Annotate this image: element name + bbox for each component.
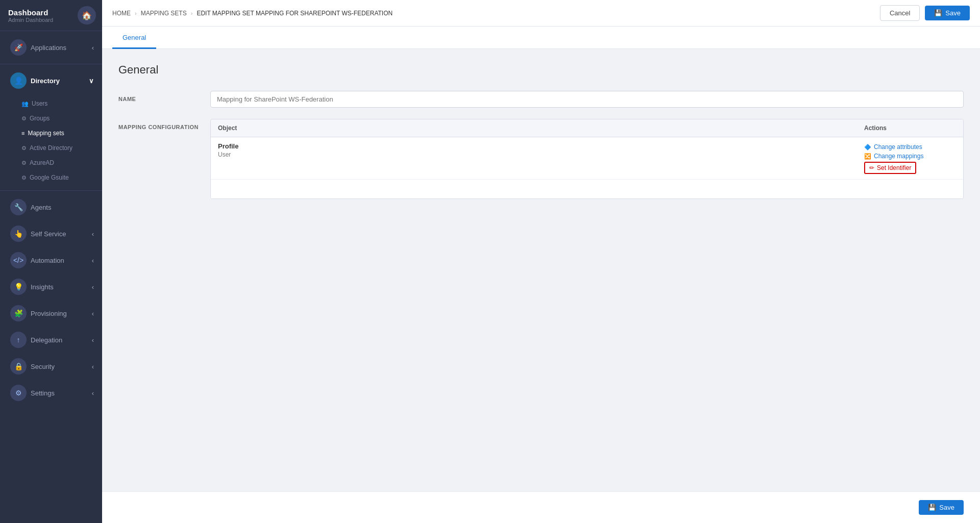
settings-chevron-icon: ‹ xyxy=(92,389,94,397)
automation-chevron-icon: ‹ xyxy=(92,257,94,264)
delegation-icon: ↑ xyxy=(10,332,27,348)
breadcrumb-home[interactable]: HOME xyxy=(112,10,131,17)
mapping-sets-icon: ≡ xyxy=(21,130,24,136)
sidebar-item-groups[interactable]: ⚙ Groups xyxy=(3,111,99,126)
set-identifier-button[interactable]: ✏ Set Identifier xyxy=(864,162,916,174)
mapping-table: Object Actions Profile User xyxy=(210,119,964,199)
delegation-label: Delegation xyxy=(31,336,62,344)
active-directory-icon: ⚙ xyxy=(21,145,27,152)
dashboard-title: Dashboard xyxy=(8,8,53,17)
dashboard-text-block: Dashboard Admin Dashboard xyxy=(8,8,53,23)
bottom-action-bar: 💾 Save xyxy=(102,491,980,523)
security-icon: 🔒 xyxy=(10,358,27,375)
name-label: NAME xyxy=(118,91,210,102)
col-header-object: Object xyxy=(218,124,864,132)
google-gsuite-icon: ⚙ xyxy=(21,175,27,181)
change-attributes-icon: 🔷 xyxy=(864,144,871,151)
table-body: Profile User 🔷 Change attributes xyxy=(211,137,963,198)
name-form-control xyxy=(210,91,964,108)
applications-chevron-icon: ‹ xyxy=(92,44,94,52)
main-area: HOME › MAPPING SETS › EDIT MAPPING SET M… xyxy=(102,0,980,523)
directory-chevron-icon: ∨ xyxy=(89,77,94,85)
set-identifier-label: Set Identifier xyxy=(877,164,911,171)
page-heading: General xyxy=(118,63,964,77)
row-actions-cell: 🔷 Change attributes 🔀 Change mappings ✏ xyxy=(864,142,956,174)
sidebar-item-users[interactable]: 👥 Users xyxy=(3,96,99,111)
change-attributes-link[interactable]: 🔷 Change attributes xyxy=(864,143,956,151)
set-identifier-icon: ✏ xyxy=(869,164,874,171)
name-form-row: NAME xyxy=(118,91,964,108)
settings-label: Settings xyxy=(31,389,55,397)
directory-icon: 👤 xyxy=(10,72,27,89)
insights-chevron-icon: ‹ xyxy=(92,283,94,291)
sidebar-item-agents[interactable]: 🔧 Agents xyxy=(2,194,100,220)
row-object-cell: Profile User xyxy=(218,142,864,158)
page-content: General NAME MAPPING CONFIGURATION Objec… xyxy=(102,49,980,491)
azuread-icon: ⚙ xyxy=(21,160,27,166)
save-button-top[interactable]: 💾 Save xyxy=(925,6,970,20)
security-chevron-icon: ‹ xyxy=(92,363,94,370)
save-button-bottom[interactable]: 💾 Save xyxy=(919,500,964,515)
security-label: Security xyxy=(31,363,55,370)
breadcrumb-current: EDIT MAPPING SET MAPPING FOR SHAREPOINT … xyxy=(197,10,393,17)
col-header-actions: Actions xyxy=(864,124,956,132)
object-name: Profile xyxy=(218,142,864,150)
active-directory-label: Active Directory xyxy=(30,144,72,152)
sidebar-item-security[interactable]: 🔒 Security ‹ xyxy=(2,354,100,379)
object-sub: User xyxy=(218,151,864,158)
table-header: Object Actions xyxy=(211,119,963,137)
groups-icon: ⚙ xyxy=(21,115,27,122)
mapping-sets-label: Mapping sets xyxy=(28,130,64,137)
sidebar-item-azuread[interactable]: ⚙ AzureAD xyxy=(3,156,99,170)
users-label: Users xyxy=(32,100,47,107)
table-row: Profile User 🔷 Change attributes xyxy=(211,137,963,180)
tab-bar: General xyxy=(102,27,980,49)
agents-label: Agents xyxy=(31,204,51,211)
automation-icon: </> xyxy=(10,252,27,268)
cancel-button[interactable]: Cancel xyxy=(880,5,920,21)
breadcrumb-sep-1: › xyxy=(135,10,137,16)
google-gsuite-label: Google Gsuite xyxy=(30,174,69,181)
self-service-chevron-icon: ‹ xyxy=(92,230,94,238)
sidebar-item-self-service[interactable]: 👆 Self Service ‹ xyxy=(2,221,100,246)
self-service-icon: 👆 xyxy=(10,226,27,242)
breadcrumb-sep-2: › xyxy=(191,10,193,16)
users-icon: 👥 xyxy=(21,101,29,107)
save-bottom-icon: 💾 xyxy=(928,504,936,511)
sidebar-item-automation[interactable]: </> Automation ‹ xyxy=(2,247,100,273)
dashboard-icon-btn[interactable]: 🏠 xyxy=(78,6,96,24)
automation-label: Automation xyxy=(31,257,64,264)
sidebar: Dashboard Admin Dashboard 🏠 🚀 Applicatio… xyxy=(0,0,102,523)
insights-label: Insights xyxy=(31,283,54,291)
self-service-label: Self Service xyxy=(31,230,66,238)
delegation-chevron-icon: ‹ xyxy=(92,336,94,344)
sidebar-item-delegation[interactable]: ↑ Delegation ‹ xyxy=(2,327,100,353)
save-label-top: Save xyxy=(945,9,961,17)
directory-label: Directory xyxy=(31,77,60,85)
insights-icon: 💡 xyxy=(10,279,27,295)
name-input[interactable] xyxy=(210,91,964,108)
sidebar-item-applications[interactable]: 🚀 Applications ‹ xyxy=(2,35,100,60)
breadcrumb-mapping-sets[interactable]: MAPPING SETS xyxy=(141,10,187,17)
change-mappings-icon: 🔀 xyxy=(864,153,871,160)
provisioning-chevron-icon: ‹ xyxy=(92,310,94,317)
save-bottom-label: Save xyxy=(939,504,954,511)
sidebar-item-directory[interactable]: 👤 Directory ∨ xyxy=(2,68,100,93)
sidebar-item-active-directory[interactable]: ⚙ Active Directory xyxy=(3,141,99,155)
change-mappings-link[interactable]: 🔀 Change mappings xyxy=(864,153,956,160)
sidebar-item-mapping-sets[interactable]: ≡ Mapping sets xyxy=(3,126,99,140)
applications-label: Applications xyxy=(31,44,66,52)
topbar-actions: Cancel 💾 Save xyxy=(880,5,970,21)
mapping-config-form-row: MAPPING CONFIGURATION Object Actions Pro… xyxy=(118,119,964,199)
tab-general[interactable]: General xyxy=(112,27,156,49)
provisioning-icon: 🧩 xyxy=(10,305,27,321)
sidebar-item-insights[interactable]: 💡 Insights ‹ xyxy=(2,274,100,300)
azuread-label: AzureAD xyxy=(30,159,54,166)
sidebar-item-google-gsuite[interactable]: ⚙ Google Gsuite xyxy=(3,170,99,185)
directory-submenu: 👥 Users ⚙ Groups ≡ Mapping sets ⚙ Active… xyxy=(0,94,102,187)
mapping-table-container: Object Actions Profile User xyxy=(210,119,964,199)
change-attributes-label: Change attributes xyxy=(874,143,922,151)
provisioning-label: Provisioning xyxy=(31,310,67,317)
sidebar-item-provisioning[interactable]: 🧩 Provisioning ‹ xyxy=(2,301,100,326)
sidebar-item-settings[interactable]: ⚙ Settings ‹ xyxy=(2,380,100,406)
